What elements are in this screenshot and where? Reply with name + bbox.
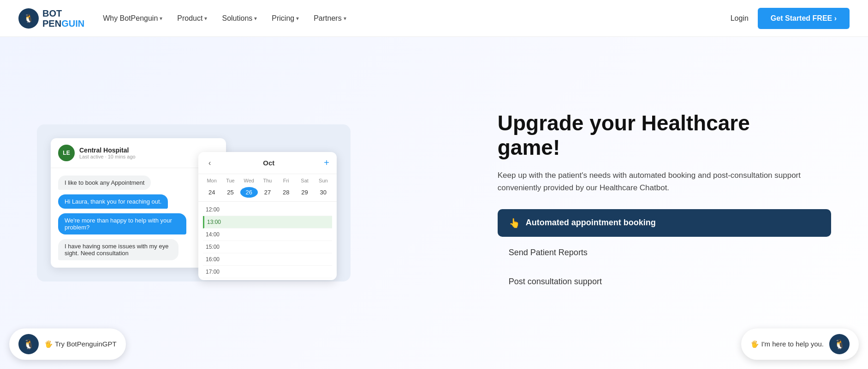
get-started-button[interactable]: Get Started FREE › (758, 8, 850, 29)
cal-date-30[interactable]: 30 (315, 187, 332, 198)
cal-day-fri: Fri (277, 178, 295, 183)
bottom-left-label: 🖐 Try BotPenguinGPT (44, 340, 117, 348)
pointing-icon: 👆 (509, 217, 520, 228)
navbar: 🐧 BOT PENGUIN Why BotPenguin ▾ Product ▾… (0, 0, 868, 37)
bot-avatar-right: 🐧 (829, 334, 850, 354)
cal-day-sat: Sat (296, 178, 313, 183)
chevron-down-icon: ▾ (254, 15, 257, 22)
cal-date-27[interactable]: 27 (259, 187, 276, 198)
cal-times: 12:00 13:00 14:00 15:00 16:00 17:00 (198, 201, 337, 280)
feature-patient-reports[interactable]: Send Patient Reports (498, 240, 831, 266)
chat-last-active: Last active · 10 mins ago (79, 154, 136, 159)
feature-automated-booking[interactable]: 👆 Automated appointment booking (498, 209, 831, 237)
cal-day-wed: Wed (240, 178, 258, 183)
nav-product[interactable]: Product ▾ (177, 14, 207, 23)
calendar-overlay: ‹ Oct + Mon Tue Wed Thu Fri Sat Sun 24 2… (198, 152, 337, 280)
bot-avatar-left: 🐧 (18, 334, 39, 354)
feature-label-3: Post consultation support (509, 277, 602, 287)
bottom-right-text: 🖐 I'm here to help you. (750, 340, 824, 348)
main-content: LE Central Hospital Last active · 10 min… (0, 37, 868, 369)
cal-add-button[interactable]: + (324, 158, 329, 168)
cal-date-28[interactable]: 28 (277, 187, 295, 198)
logo-guin: GUIN (61, 18, 84, 29)
logo-text: BOT PENGUIN (42, 8, 84, 29)
cal-day-mon: Mon (203, 178, 220, 183)
cal-date-26[interactable]: 26 (240, 187, 258, 198)
feature-label-2: Send Patient Reports (509, 248, 588, 258)
cal-time-1300[interactable]: 13:00 (203, 216, 332, 228)
chat-avatar: LE (58, 145, 75, 161)
navbar-right: Login Get Started FREE › (731, 8, 850, 29)
chevron-down-icon: ▾ (344, 15, 346, 22)
cal-month-label: Oct (263, 159, 274, 167)
chat-message-1: I like to book any Appointment (58, 176, 151, 190)
chevron-down-icon: ▾ (296, 15, 299, 22)
cal-days-header: Mon Tue Wed Thu Fri Sat Sun (198, 174, 337, 185)
cal-time-1500[interactable]: 15:00 (203, 241, 332, 253)
cal-date-29[interactable]: 29 (296, 187, 313, 198)
nav-solutions[interactable]: Solutions ▾ (222, 14, 257, 23)
cal-date-24[interactable]: 24 (203, 187, 220, 198)
chat-user-message-2: I have having some issues with my eye si… (58, 239, 178, 260)
hero-heading: Upgrade your Healthcare game! (498, 111, 831, 160)
logo[interactable]: 🐧 BOT PENGUIN (18, 8, 84, 29)
cal-dates: 24 25 26 27 28 29 30 (198, 185, 337, 201)
login-button[interactable]: Login (731, 14, 749, 23)
nav-partners[interactable]: Partners ▾ (314, 14, 346, 23)
feature-list: 👆 Automated appointment booking Send Pat… (498, 209, 831, 295)
chevron-down-icon: ▾ (160, 15, 162, 22)
mockup-container: LE Central Hospital Last active · 10 min… (37, 124, 351, 281)
right-section: Upgrade your Healthcare game! Keep up wi… (498, 111, 831, 294)
nav-pricing[interactable]: Pricing ▾ (272, 14, 299, 23)
cal-time-1200[interactable]: 12:00 (203, 204, 332, 216)
cal-day-tue: Tue (221, 178, 239, 183)
feature-label-1: Automated appointment booking (526, 218, 656, 228)
chevron-down-icon: ▾ (204, 15, 207, 22)
chat-header-left: LE Central Hospital Last active · 10 min… (58, 145, 136, 161)
cal-prev-button[interactable]: ‹ (206, 158, 214, 168)
chat-bot-reply-2: We're more than happy to help with your … (58, 213, 186, 234)
cal-day-sun: Sun (315, 178, 332, 183)
bottom-left-widget[interactable]: 🐧 🖐 Try BotPenguinGPT (9, 328, 126, 360)
cal-header: ‹ Oct + (198, 152, 337, 174)
hero-description: Keep up with the patient's needs with au… (498, 169, 831, 194)
feature-post-consultation[interactable]: Post consultation support (498, 269, 831, 295)
logo-icon: 🐧 (18, 8, 39, 29)
chat-bot-reply-1: Hi Laura, thank you for reaching out. (58, 194, 168, 209)
chat-hospital-name: Central Hospital (79, 146, 136, 154)
cal-time-1700[interactable]: 17:00 (203, 266, 332, 278)
logo-bot: BOT (42, 8, 62, 18)
cal-day-thu: Thu (259, 178, 276, 183)
navbar-left: 🐧 BOT PENGUIN Why BotPenguin ▾ Product ▾… (18, 8, 346, 29)
bottom-right-widget[interactable]: 🖐 I'm here to help you. 🐧 (741, 328, 859, 360)
nav-links: Why BotPenguin ▾ Product ▾ Solutions ▾ P… (103, 14, 346, 23)
cal-time-1600[interactable]: 16:00 (203, 253, 332, 266)
nav-why-botpenguin[interactable]: Why BotPenguin ▾ (103, 14, 162, 23)
logo-pen: PEN (42, 18, 61, 29)
cal-date-25[interactable]: 25 (221, 187, 239, 198)
left-section: LE Central Hospital Last active · 10 min… (37, 124, 474, 281)
cal-time-1400[interactable]: 14:00 (203, 228, 332, 241)
chat-info: Central Hospital Last active · 10 mins a… (79, 146, 136, 159)
